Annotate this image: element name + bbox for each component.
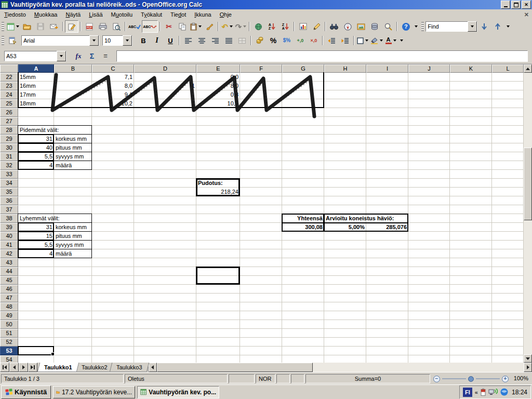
column-header-E[interactable]: E: [196, 64, 240, 73]
sum-button[interactable]: Σ: [85, 50, 99, 62]
menu-item-näytä[interactable]: Näytä: [61, 10, 85, 19]
network-tray-icon[interactable]: [488, 389, 498, 396]
align-right-button[interactable]: [208, 34, 222, 47]
menu-item-muokkaa[interactable]: Muokkaa: [30, 10, 62, 19]
row-header-25[interactable]: 25: [0, 99, 18, 108]
find-input[interactable]: [426, 23, 468, 30]
delete-decimal-button[interactable]: ×,0: [307, 34, 321, 47]
italic-button[interactable]: I: [150, 34, 164, 47]
cell-G38[interactable]: Yhteensä: [282, 214, 324, 223]
cell-C22[interactable]: 7,1: [92, 73, 134, 82]
new-document-button[interactable]: [6, 20, 20, 33]
row-header-52[interactable]: 52: [0, 338, 18, 347]
row-header-36[interactable]: 36: [0, 196, 18, 205]
taskbar-clock[interactable]: 18:24: [511, 389, 527, 396]
column-header-K[interactable]: K: [450, 64, 492, 73]
cell-E25[interactable]: 10,2: [196, 99, 240, 108]
cell-A40[interactable]: 15: [18, 232, 54, 241]
column-header-J[interactable]: J: [408, 64, 450, 73]
cell-I39[interactable]: 285,076: [366, 223, 408, 232]
cell-A32[interactable]: 4: [18, 161, 54, 170]
row-header-43[interactable]: 43: [0, 258, 18, 267]
cell-E35[interactable]: 218,24: [196, 188, 240, 196]
increase-indent-button[interactable]: [338, 34, 352, 47]
bold-button[interactable]: B: [137, 34, 150, 47]
cell-reference-input[interactable]: [5, 53, 57, 59]
font-color-button[interactable]: A: [384, 34, 397, 47]
cell-B41[interactable]: syvyys mm: [54, 241, 92, 249]
close-document-icon[interactable]: ✕: [524, 11, 529, 18]
minimize-button[interactable]: [501, 1, 510, 9]
name-box-dropdown-button[interactable]: [57, 51, 66, 61]
cell-B39[interactable]: korkeus mm: [54, 223, 92, 232]
formula-input-line[interactable]: [116, 50, 528, 62]
cell-B42[interactable]: määrä: [54, 249, 92, 258]
row-header-27[interactable]: 27: [0, 117, 18, 126]
row-header-26[interactable]: 26: [0, 108, 18, 117]
email-button[interactable]: [47, 20, 61, 33]
cell-A24[interactable]: 17mm: [18, 90, 54, 99]
taskbar-task-calc[interactable]: Vauhtipyörän kev. po...: [137, 386, 219, 398]
page-preview-button[interactable]: [110, 20, 123, 33]
vertical-scrollbar[interactable]: [524, 64, 532, 363]
cell-B40[interactable]: pituus mm: [54, 232, 92, 241]
column-header-A[interactable]: A: [18, 64, 54, 73]
find-replace-button[interactable]: [327, 20, 341, 33]
column-header-I[interactable]: I: [366, 64, 408, 73]
hyperlink-button[interactable]: [251, 20, 265, 33]
row-header-47[interactable]: 47: [0, 294, 18, 302]
row-header-41[interactable]: 41: [0, 241, 18, 249]
page-style-panel[interactable]: Oletus: [125, 374, 228, 383]
horizontal-scroll-thumb[interactable]: [157, 363, 313, 372]
menu-item-tiedot[interactable]: Tiedot: [166, 10, 190, 19]
cell-C23[interactable]: 8,0: [92, 82, 134, 90]
cell-B29[interactable]: korkeus mm: [54, 135, 92, 143]
cell-A42[interactable]: 4: [18, 249, 54, 258]
cut-button[interactable]: ✂: [162, 20, 176, 33]
toolbar-grip[interactable]: [2, 22, 4, 31]
cell-A41[interactable]: 5,5: [18, 241, 54, 249]
close-button[interactable]: ✕: [522, 1, 531, 9]
menu-item-muotoilu[interactable]: Muotoilu: [107, 10, 137, 19]
draw-functions-button[interactable]: [310, 20, 323, 33]
cell-E34[interactable]: Pudotus:: [196, 179, 240, 188]
column-header-H[interactable]: H: [324, 64, 366, 73]
first-sheet-button[interactable]: [0, 363, 9, 372]
menu-item-työkalut[interactable]: Työkalut: [137, 10, 166, 19]
print-button[interactable]: [96, 20, 110, 33]
standard-format-button[interactable]: $%: [280, 34, 294, 47]
previous-sheet-button[interactable]: [9, 363, 19, 372]
row-header-34[interactable]: 34: [0, 179, 18, 188]
sort-ascending-button[interactable]: AZ: [265, 20, 278, 33]
scroll-left-button[interactable]: [149, 363, 157, 372]
cell-cursor-A53[interactable]: [18, 346, 54, 355]
cell-E24[interactable]: 0,8: [196, 90, 240, 99]
cell-A22[interactable]: 15mm: [18, 73, 54, 82]
cell-E23[interactable]: 8,0: [196, 82, 240, 90]
menu-item-ikkuna[interactable]: Ikkuna: [190, 10, 215, 19]
row-header-28[interactable]: 28: [0, 126, 18, 135]
zoom-slider-track[interactable]: [476, 378, 500, 379]
background-color-button[interactable]: [369, 34, 384, 47]
function-button[interactable]: =: [99, 50, 112, 62]
find-next-button[interactable]: [477, 20, 491, 33]
cell-A25[interactable]: 18mm: [18, 99, 54, 108]
row-header-31[interactable]: 31: [0, 152, 18, 161]
navigator-button[interactable]: [341, 20, 354, 33]
restore-button[interactable]: [511, 1, 521, 9]
decrease-indent-button[interactable]: [325, 34, 338, 47]
cell-G39[interactable]: 300,08: [282, 223, 324, 232]
spellcheck-button[interactable]: ABC: [127, 20, 142, 33]
cell-D25[interactable]: 1: [134, 99, 196, 108]
insert-mode-panel[interactable]: NOR: [256, 374, 275, 383]
insert-chart-button[interactable]: [296, 20, 310, 33]
undo-button[interactable]: ↶: [220, 20, 234, 33]
fill-handle[interactable]: [51, 352, 55, 356]
cell-A39[interactable]: 31: [18, 223, 54, 232]
open-button[interactable]: [20, 20, 34, 33]
sheet-tab-taulukko1[interactable]: Taulukko1: [37, 363, 79, 372]
cell-C25[interactable]: 10,2: [92, 99, 134, 108]
row-header-45[interactable]: 45: [0, 276, 18, 285]
font-name-input[interactable]: [22, 37, 89, 44]
align-left-button[interactable]: [181, 34, 195, 47]
